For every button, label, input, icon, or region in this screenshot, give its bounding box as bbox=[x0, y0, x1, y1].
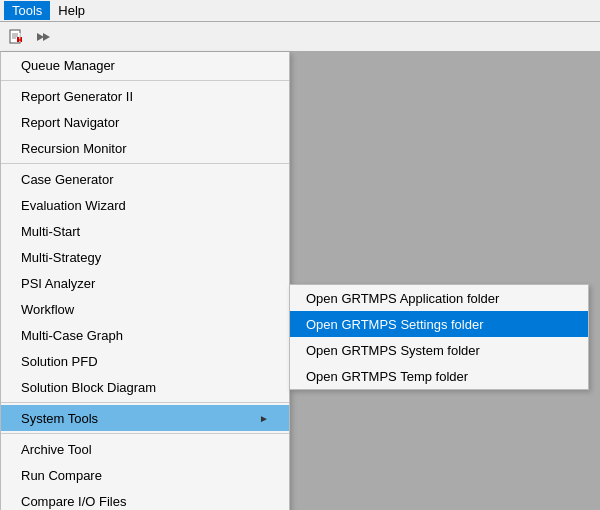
menu-item-compare-io-files[interactable]: Compare I/O Files bbox=[1, 488, 289, 510]
menu-item-evaluation-wizard[interactable]: Evaluation Wizard bbox=[1, 192, 289, 218]
svg-text:!: ! bbox=[18, 30, 22, 45]
svg-marker-6 bbox=[37, 33, 44, 41]
menu-item-workflow[interactable]: Workflow bbox=[1, 296, 289, 322]
menu-item-queue-manager[interactable]: Queue Manager bbox=[1, 52, 289, 78]
menu-item-solution-pfd[interactable]: Solution PFD bbox=[1, 348, 289, 374]
submenu-item-open-temp-folder[interactable]: Open GRTMPS Temp folder bbox=[290, 363, 588, 389]
submenu-arrow-icon: ► bbox=[259, 413, 269, 424]
menu-bar: Tools Help bbox=[0, 0, 600, 22]
svg-marker-7 bbox=[43, 33, 50, 41]
menu-item-system-tools[interactable]: System Tools ► bbox=[1, 405, 289, 431]
menu-bar-help[interactable]: Help bbox=[50, 1, 93, 20]
dropdown-container: Queue Manager Report Generator II Report… bbox=[0, 52, 290, 510]
menu-item-report-navigator[interactable]: Report Navigator bbox=[1, 109, 289, 135]
document-button[interactable]: ! bbox=[4, 25, 28, 49]
separator-3 bbox=[1, 402, 289, 403]
menu-item-run-compare[interactable]: Run Compare bbox=[1, 462, 289, 488]
menu-item-psi-analyzer[interactable]: PSI Analyzer bbox=[1, 270, 289, 296]
separator-1 bbox=[1, 80, 289, 81]
menu-bar-tools[interactable]: Tools bbox=[4, 1, 50, 20]
forward-icon bbox=[34, 29, 50, 45]
menu-item-multi-case-graph[interactable]: Multi-Case Graph bbox=[1, 322, 289, 348]
separator-2 bbox=[1, 163, 289, 164]
submenu-panel: Open GRTMPS Application folder Open GRTM… bbox=[289, 284, 589, 390]
toolbar: ! bbox=[0, 22, 600, 52]
menu-item-multi-strategy[interactable]: Multi-Strategy bbox=[1, 244, 289, 270]
menu-item-report-generator[interactable]: Report Generator II bbox=[1, 83, 289, 109]
content-area bbox=[290, 52, 600, 510]
tools-menu-panel: Queue Manager Report Generator II Report… bbox=[0, 52, 290, 510]
menu-item-multi-start[interactable]: Multi-Start bbox=[1, 218, 289, 244]
main-area: Queue Manager Report Generator II Report… bbox=[0, 52, 600, 510]
separator-4 bbox=[1, 433, 289, 434]
menu-item-case-generator[interactable]: Case Generator bbox=[1, 166, 289, 192]
menu-item-archive-tool[interactable]: Archive Tool bbox=[1, 436, 289, 462]
submenu-item-open-settings-folder[interactable]: Open GRTMPS Settings folder bbox=[290, 311, 588, 337]
submenu-item-open-system-folder[interactable]: Open GRTMPS System folder bbox=[290, 337, 588, 363]
document-icon: ! bbox=[8, 29, 24, 45]
submenu-item-open-application-folder[interactable]: Open GRTMPS Application folder bbox=[290, 285, 588, 311]
menu-item-solution-block-diagram[interactable]: Solution Block Diagram bbox=[1, 374, 289, 400]
forward-button[interactable] bbox=[30, 25, 54, 49]
menu-item-recursion-monitor[interactable]: Recursion Monitor bbox=[1, 135, 289, 161]
